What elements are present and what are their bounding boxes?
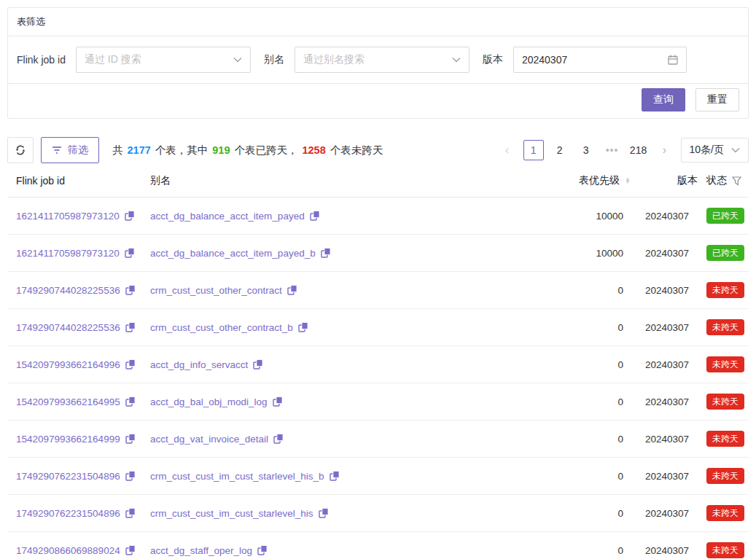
copy-icon[interactable] <box>273 434 284 444</box>
priority-value: 10000 <box>596 211 623 222</box>
query-button[interactable]: 查询 <box>642 88 685 112</box>
page-button-last[interactable]: 218 <box>628 140 649 160</box>
column-header-priority[interactable]: 表优先级▲▼ <box>543 163 631 198</box>
flink-job-id-link[interactable]: 1542097993662164999 <box>16 434 136 445</box>
column-header-version: 版本 <box>631 163 698 198</box>
copy-icon[interactable] <box>287 285 297 295</box>
version-value: 20240307 <box>645 285 689 296</box>
table-row: 1749290762231504896 crm_cust_cust_im_cus… <box>7 458 749 495</box>
priority-value: 0 <box>617 508 623 519</box>
page-button-1[interactable]: 1 <box>523 140 544 160</box>
flink-job-id-link[interactable]: 1749290762231504896 <box>16 471 136 482</box>
flink-job-id-field: Flink job id 通过 ID 搜索 <box>17 47 251 73</box>
table-row: 1749290744028225536 crm_cust_cust_other_… <box>7 272 749 309</box>
tables-list: Flink job id 别名 表优先级▲▼ 版本 状态 16214117059… <box>7 163 749 559</box>
filter-funnel-icon[interactable] <box>732 176 741 186</box>
version-value: 20240307 <box>645 396 689 407</box>
priority-value: 10000 <box>596 248 623 259</box>
copy-icon[interactable] <box>298 322 308 332</box>
status-badge: 未跨天 <box>706 282 744 298</box>
table-row: 1749290762231504896 crm_cust_cust_im_cus… <box>7 495 749 532</box>
total-count: 2177 <box>128 144 151 156</box>
page-size-select[interactable]: 10条/页 <box>681 138 749 163</box>
flink-job-id-link[interactable]: 1749290762231504896 <box>16 508 136 519</box>
next-page-button[interactable]: › <box>655 140 675 160</box>
flink-job-id-select[interactable]: 通过 ID 搜索 <box>76 47 251 73</box>
alias-link[interactable]: acct_dg_bal_obj_modi_log <box>150 396 283 407</box>
copy-icon[interactable] <box>125 434 136 444</box>
prev-page-button[interactable]: ‹ <box>497 140 518 160</box>
alias-link[interactable]: acct_dg_staff_oper_log <box>150 545 268 556</box>
priority-value: 0 <box>617 285 623 296</box>
version-label: 版本 <box>483 53 503 66</box>
flink-job-id-label: Flink job id <box>17 54 66 66</box>
copy-icon[interactable] <box>273 396 283 407</box>
filter-card-title: 表筛选 <box>8 8 748 36</box>
version-date-input[interactable]: 20240307 <box>513 47 687 73</box>
status-header-label: 状态 <box>706 174 727 187</box>
column-header-alias: 别名 <box>150 163 543 198</box>
status-badge: 未跨天 <box>706 356 744 372</box>
reset-button[interactable]: 重置 <box>695 88 739 112</box>
alias-link[interactable]: crm_cust_cust_other_contract_b <box>150 322 308 333</box>
summary-mid1: 个表，其中 <box>155 144 209 156</box>
table-count-summary: 共2177个表，其中919个表已跨天，1258个表未跨天 <box>110 144 385 157</box>
calendar-icon <box>668 55 678 65</box>
flink-job-id-link[interactable]: 1542097993662164995 <box>16 396 136 407</box>
copy-icon[interactable] <box>125 545 136 555</box>
copy-icon[interactable] <box>319 508 329 518</box>
status-badge: 未跨天 <box>706 505 744 521</box>
table-row: 1542097993662164995 acct_dg_bal_obj_modi… <box>7 383 749 421</box>
alias-link[interactable]: crm_cust_cust_other_contract <box>150 285 297 296</box>
column-header-status[interactable]: 状态 <box>698 163 749 198</box>
table-row: 1749290744028225536 crm_cust_cust_other_… <box>7 309 749 346</box>
priority-value: 0 <box>617 359 623 370</box>
copy-icon[interactable] <box>125 396 136 407</box>
priority-value: 0 <box>617 545 623 556</box>
alias-link[interactable]: acct_dg_info_servacct <box>150 359 263 370</box>
alias-select[interactable]: 通过别名搜索 <box>295 47 469 73</box>
copy-icon[interactable] <box>253 359 263 370</box>
uncrossed-count: 1258 <box>302 144 325 156</box>
sort-icon[interactable]: ▲▼ <box>625 178 631 184</box>
copy-icon[interactable] <box>257 545 268 555</box>
copy-icon[interactable] <box>330 471 340 481</box>
copy-icon[interactable] <box>310 211 320 221</box>
page-ellipsis[interactable]: ••• <box>602 140 623 160</box>
page-button-3[interactable]: 3 <box>576 140 596 160</box>
flink-job-id-link[interactable]: 1621411705987973120 <box>16 211 135 222</box>
version-value: 20240307 <box>645 545 689 556</box>
flink-job-id-link[interactable]: 1749290744028225536 <box>16 322 136 333</box>
version-value: 20240307 <box>645 434 689 445</box>
version-value: 20240307 <box>645 322 689 333</box>
refresh-icon <box>15 144 26 156</box>
alias-link[interactable]: acct_dg_vat_invoice_detail <box>150 434 284 445</box>
flink-job-id-link[interactable]: 1621411705987973120 <box>16 248 135 259</box>
filter-toggle-button[interactable]: 筛选 <box>41 137 99 163</box>
copy-icon[interactable] <box>125 322 136 332</box>
version-value: 20240307 <box>645 471 689 482</box>
flink-job-id-link[interactable]: 1749290866069889024 <box>16 545 136 556</box>
copy-icon[interactable] <box>125 211 135 221</box>
filter-fields-row: Flink job id 通过 ID 搜索 别名 通过别名搜索 版本 20240… <box>8 36 748 84</box>
alias-link[interactable]: crm_cust_cust_im_cust_starlevel_his <box>150 508 329 519</box>
flink-job-id-placeholder: 通过 ID 搜索 <box>85 53 233 66</box>
alias-link[interactable]: acct_dg_balance_acct_item_payed_b <box>150 248 331 259</box>
alias-link[interactable]: crm_cust_cust_im_cust_starlevel_his_b <box>150 471 340 482</box>
version-value: 20240307 <box>645 248 689 259</box>
refresh-button[interactable] <box>7 137 34 163</box>
status-badge: 已跨天 <box>706 208 744 224</box>
alias-link[interactable]: acct_dg_balance_acct_item_payed <box>150 211 320 222</box>
page-button-2[interactable]: 2 <box>550 140 570 160</box>
copy-icon[interactable] <box>125 471 136 481</box>
table-row: 1542097993662164996 acct_dg_info_servacc… <box>7 346 749 383</box>
copy-icon[interactable] <box>125 359 136 370</box>
flink-job-id-link[interactable]: 1749290744028225536 <box>16 285 136 296</box>
priority-value: 0 <box>617 434 623 445</box>
flink-job-id-link[interactable]: 1542097993662164996 <box>16 359 136 370</box>
copy-icon[interactable] <box>125 248 135 258</box>
status-badge: 未跨天 <box>706 468 744 484</box>
copy-icon[interactable] <box>321 248 331 258</box>
copy-icon[interactable] <box>125 508 136 518</box>
copy-icon[interactable] <box>125 285 136 295</box>
